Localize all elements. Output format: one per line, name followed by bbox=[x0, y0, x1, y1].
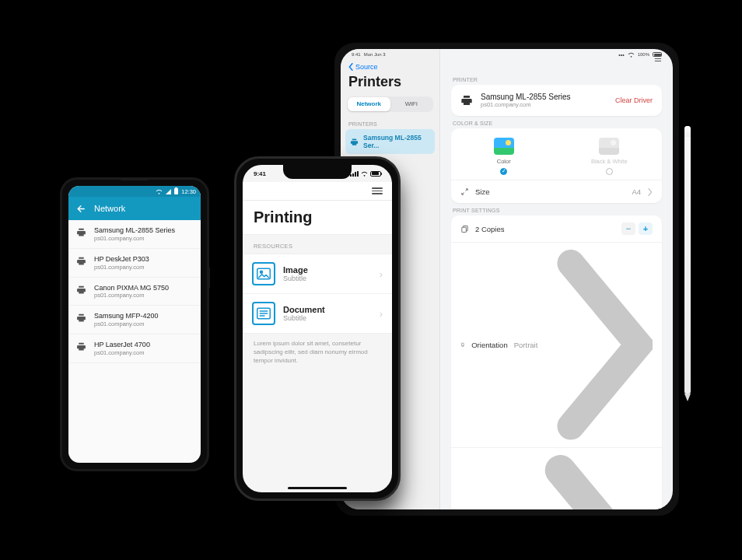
color-mode-row: Color Black & White bbox=[451, 128, 662, 180]
resource-name: Document bbox=[283, 305, 372, 315]
resources-list: Image Subtitle › Document Subtitle bbox=[243, 254, 392, 334]
list-item[interactable]: Samsung ML-2855 Seriesps01.company.com bbox=[68, 220, 201, 249]
android-status-time: 12:30 bbox=[181, 188, 196, 195]
printer-name: HP LaserJet 4700 bbox=[94, 341, 150, 349]
chevron-right-icon: › bbox=[380, 308, 383, 320]
battery-icon bbox=[174, 188, 178, 194]
size-value: A4 bbox=[632, 187, 641, 196]
iphone-topbar bbox=[243, 182, 392, 201]
resource-sub: Subtitle bbox=[283, 314, 372, 322]
colorsize-card: Color Black & White Size A4 bbox=[451, 128, 662, 203]
footer-note: Lorem ipsum dolor sit amet, consetetur s… bbox=[243, 334, 392, 371]
selected-printer-row: Samsung ML-2855 Series ps01.company.com … bbox=[451, 85, 662, 116]
colorsize-section-label: COLOR & SIZE bbox=[453, 121, 660, 126]
signal-icon bbox=[166, 189, 171, 194]
android-screen: 12:30 Network Samsung ML-2855 Seriesps01… bbox=[68, 186, 201, 463]
copies-plus-button[interactable]: + bbox=[639, 222, 653, 235]
orientation-label: Orientation bbox=[471, 341, 507, 349]
printer-host: ps01.company.com bbox=[94, 349, 150, 356]
battery-icon bbox=[370, 171, 381, 177]
resource-document-row[interactable]: Document Subtitle › bbox=[243, 294, 392, 333]
bw-thumb-icon bbox=[599, 138, 619, 155]
quality-row[interactable]: Quality 600dpi bbox=[451, 448, 662, 509]
back-button[interactable]: Source bbox=[341, 60, 439, 72]
iphone-page-title: Printing bbox=[243, 201, 392, 235]
home-indicator[interactable] bbox=[288, 487, 347, 490]
printer-name: Samsung ML-2855 Series bbox=[481, 93, 607, 102]
copies-label: 2 Copies bbox=[475, 225, 615, 233]
chevron-left-icon bbox=[348, 63, 354, 71]
iphone-body: Printing RESOURCES Image Subtitle › bbox=[243, 201, 392, 492]
copies-stepper: − + bbox=[621, 222, 653, 235]
ipad-main-panel: PRINTER Samsung ML-2855 Series ps01.comp… bbox=[440, 49, 673, 509]
sidebar-toggle-icon[interactable]: ☰ bbox=[654, 54, 662, 64]
iphone-frame: 9:41 Printing RESOURCES bbox=[234, 156, 401, 501]
back-label: Source bbox=[355, 63, 378, 71]
document-icon bbox=[252, 302, 275, 325]
wifi-icon bbox=[156, 189, 163, 194]
size-label: Size bbox=[475, 187, 625, 196]
sidebar-section-label: PRINTERS bbox=[341, 118, 439, 129]
back-arrow-icon[interactable] bbox=[76, 204, 86, 214]
android-status-bar: 12:30 bbox=[68, 186, 201, 197]
network-wifi-segmented[interactable]: Network WiFi bbox=[347, 96, 433, 112]
printer-icon bbox=[460, 94, 473, 107]
printer-name: Canon PIXMA MG 5750 bbox=[94, 284, 169, 292]
segment-network[interactable]: Network bbox=[348, 97, 390, 111]
ipad-printer-list: Samsung ML-2855 Ser... bbox=[341, 129, 439, 154]
svg-rect-2 bbox=[462, 343, 464, 346]
printer-host: ps01.company.com bbox=[94, 235, 175, 242]
printer-host: ps01.company.com bbox=[94, 320, 159, 327]
stage: 9:41 Mon Jun 3 ••• 100% ☰ Source Printer… bbox=[0, 0, 742, 560]
list-item[interactable]: Canon PIXMA MG 5750ps01.company.com bbox=[68, 278, 201, 306]
printer-icon bbox=[76, 313, 86, 323]
printer-icon bbox=[76, 227, 86, 237]
resource-image-row[interactable]: Image Subtitle › bbox=[243, 254, 392, 294]
iphone-screen: 9:41 Printing RESOURCES bbox=[243, 165, 392, 492]
menu-icon[interactable] bbox=[372, 187, 383, 194]
radio-checked-icon bbox=[500, 168, 507, 175]
print-settings-card: 2 Copies − + Orientation Portrait bbox=[451, 215, 662, 509]
apple-pencil bbox=[684, 126, 691, 394]
radio-unchecked-icon bbox=[606, 168, 613, 175]
color-option-bw[interactable]: Black & White bbox=[557, 128, 663, 180]
wifi-icon bbox=[361, 171, 368, 177]
ipad-page-title: Printers bbox=[341, 72, 439, 96]
wifi-icon bbox=[628, 52, 635, 58]
clear-driver-button[interactable]: Clear Driver bbox=[615, 96, 653, 104]
printer-name: HP DeskJet P303 bbox=[94, 255, 149, 264]
copies-row: 2 Copies − + bbox=[451, 215, 662, 243]
svg-point-5 bbox=[261, 271, 263, 273]
color-option-color[interactable]: Color bbox=[451, 128, 557, 180]
printer-host: ps01.company.com bbox=[481, 102, 607, 109]
android-speaker bbox=[121, 178, 149, 180]
orientation-row[interactable]: Orientation Portrait bbox=[451, 243, 662, 447]
sidebar-item-label: Samsung ML-2855 Ser... bbox=[363, 134, 430, 149]
list-item[interactable]: HP LaserJet 4700ps01.company.com bbox=[68, 334, 201, 363]
resources-section-label: RESOURCES bbox=[243, 235, 392, 254]
iphone-status-time: 9:41 bbox=[254, 170, 266, 177]
android-page-title: Network bbox=[94, 204, 125, 213]
orientation-icon bbox=[460, 341, 465, 349]
list-item[interactable]: Samsung MFP-4200ps01.company.com bbox=[68, 306, 201, 334]
paper-size-row[interactable]: Size A4 bbox=[451, 180, 662, 203]
list-item[interactable]: HP DeskJet P303ps01.company.com bbox=[68, 249, 201, 278]
printer-host: ps01.company.com bbox=[94, 264, 149, 271]
orientation-value: Portrait bbox=[514, 341, 538, 349]
printer-card: Samsung ML-2855 Series ps01.company.com … bbox=[451, 85, 662, 116]
printer-icon bbox=[76, 256, 86, 266]
printer-icon bbox=[350, 138, 359, 146]
android-frame: 12:30 Network Samsung ML-2855 Seriesps01… bbox=[60, 177, 209, 471]
chevron-right-icon: › bbox=[380, 268, 383, 280]
settings-section-label: PRINT SETTINGS bbox=[453, 208, 660, 213]
copies-minus-button[interactable]: − bbox=[621, 222, 635, 235]
printer-icon bbox=[76, 285, 86, 295]
printer-name: Samsung ML-2855 Series bbox=[94, 226, 175, 235]
resource-sub: Subtitle bbox=[283, 275, 372, 282]
chevron-right-icon bbox=[530, 455, 653, 509]
printer-icon bbox=[76, 341, 86, 352]
resource-name: Image bbox=[283, 265, 372, 275]
segment-wifi[interactable]: WiFi bbox=[390, 97, 433, 111]
sidebar-printer-item[interactable]: Samsung ML-2855 Ser... bbox=[345, 129, 435, 154]
svg-rect-1 bbox=[462, 227, 467, 232]
